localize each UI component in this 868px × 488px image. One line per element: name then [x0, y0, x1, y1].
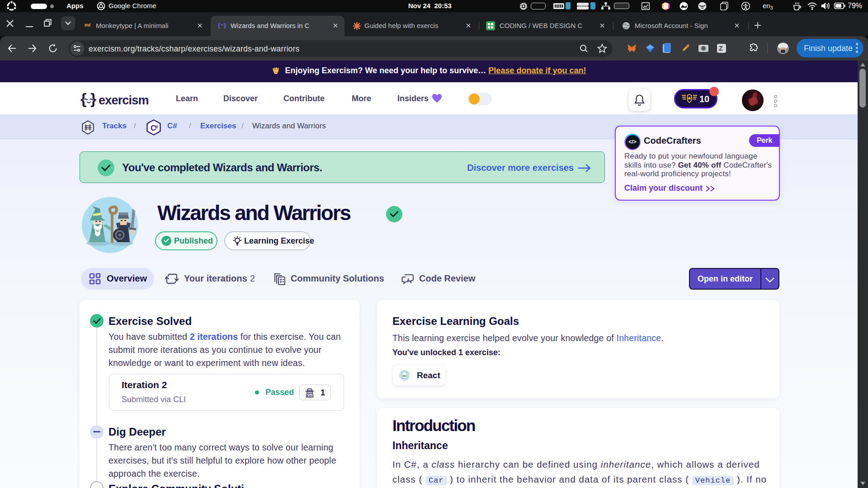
svg-text:#: #: [155, 124, 158, 130]
